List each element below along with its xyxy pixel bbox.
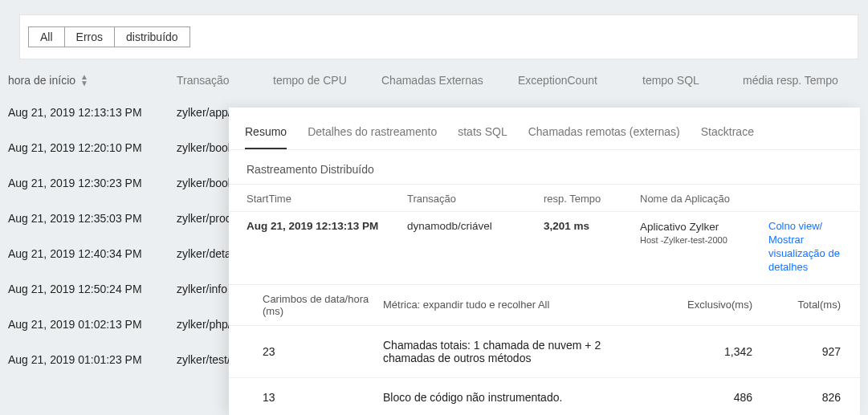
cell-metric: Bloco de código não instrumentado. — [383, 391, 656, 404]
filter-errors[interactable]: Erros — [65, 27, 115, 47]
tab-remote-calls[interactable]: Chamadas remotas (externas) — [528, 125, 680, 149]
meta-resp: 3,201 ms — [544, 220, 640, 232]
inner-head-metric[interactable]: Métrica: expandir tudo e recolher All — [383, 299, 656, 311]
cell-time: Aug 21, 2019 12:50:24 PM — [8, 283, 177, 295]
col-external[interactable]: Chamadas Externas — [381, 74, 518, 87]
meta-head-app: Nome da Aplicação — [640, 193, 844, 205]
meta-host: Host -Zylker-test-2000 — [640, 234, 768, 246]
meta-head-start: StartTime — [247, 193, 407, 205]
tab-stacktrace[interactable]: Stacktrace — [701, 125, 754, 149]
inner-head-ts: Carimbos de data/hora (ms) — [263, 293, 383, 317]
meta-head-resp: resp. Tempo — [544, 193, 640, 205]
meta-txn: dynamodb/criável — [407, 220, 544, 232]
filter-distributed[interactable]: distribuído — [115, 27, 189, 47]
filter-all[interactable]: All — [29, 27, 65, 47]
tab-sql-stats[interactable]: stats SQL — [458, 125, 507, 149]
sort-icon[interactable]: ▲▼ — [80, 74, 88, 87]
detail-tabs: Resumo Detalhes do rastreamento stats SQ… — [229, 108, 860, 150]
filter-bar: All Erros distribuído — [19, 14, 858, 59]
meta-links: Colno view/ Mostrar visualização de deta… — [768, 220, 844, 275]
cell-excl: 486 — [656, 391, 752, 404]
detail-panel: Resumo Detalhes do rastreamento stats SQ… — [229, 108, 860, 415]
col-exception[interactable]: ExceptionCount — [518, 74, 642, 87]
inner-header: Carimbos de data/hora (ms) Métrica: expa… — [229, 284, 860, 325]
section-title: Rastreamento Distribuído — [229, 150, 860, 184]
filter-group: All Erros distribuído — [28, 26, 190, 47]
link-show-details[interactable]: Mostrar visualização de detalhes — [768, 234, 844, 275]
meta-app: Aplicativo Zylker Host -Zylker-test-2000 — [640, 220, 768, 246]
cell-ts: 23 — [263, 345, 383, 358]
cell-ts: 13 — [263, 391, 383, 404]
col-start-time[interactable]: hora de início ▲▼ — [8, 74, 177, 87]
column-headers: hora de início ▲▼ Transação tempo de CPU… — [0, 66, 868, 95]
cell-time: Aug 21, 2019 01:02:13 PM — [8, 318, 177, 331]
meta-app-name: Aplicativo Zylker — [640, 220, 768, 234]
cell-time: Aug 21, 2019 12:13:13 PM — [8, 106, 177, 119]
meta-start: Aug 21, 2019 12:13:13 PM — [247, 220, 407, 232]
metric-row[interactable]: 13 Bloco de código não instrumentado. 48… — [229, 377, 860, 415]
cell-time: Aug 21, 2019 12:40:34 PM — [8, 247, 177, 260]
col-transaction[interactable]: Transação — [177, 74, 273, 87]
meta-header: StartTime Transação resp. Tempo Nome da … — [229, 184, 860, 211]
cell-time: Aug 21, 2019 12:30:23 PM — [8, 177, 177, 189]
cell-total: 826 — [752, 391, 841, 404]
col-avg-resp[interactable]: média resp. Tempo — [743, 74, 863, 87]
cell-time: Aug 21, 2019 12:35:03 PM — [8, 212, 177, 225]
meta-head-txn: Transação — [407, 193, 544, 205]
cell-total: 927 — [752, 345, 841, 358]
cell-time: Aug 21, 2019 01:01:23 PM — [8, 353, 177, 366]
cell-metric: Chamadas totais: 1 chamada de nuvem + 2 … — [383, 339, 656, 364]
col-start-label: hora de início — [8, 74, 75, 87]
inner-head-total: Total(ms) — [752, 299, 841, 311]
col-cpu-time[interactable]: tempo de CPU — [273, 74, 381, 87]
meta-row: Aug 21, 2019 12:13:13 PM dynamodb/criáve… — [229, 211, 860, 284]
link-colno-view[interactable]: Colno view/ — [768, 220, 844, 234]
tab-trace-details[interactable]: Detalhes do rastreamento — [308, 125, 437, 149]
metric-row[interactable]: 23 Chamadas totais: 1 chamada de nuvem +… — [229, 325, 860, 377]
inner-head-excl: Exclusivo(ms) — [656, 299, 752, 311]
cell-excl: 1,342 — [656, 345, 752, 358]
cell-time: Aug 21, 2019 12:20:10 PM — [8, 141, 177, 154]
col-sql-time[interactable]: tempo SQL — [642, 74, 743, 87]
tab-summary[interactable]: Resumo — [245, 125, 287, 149]
